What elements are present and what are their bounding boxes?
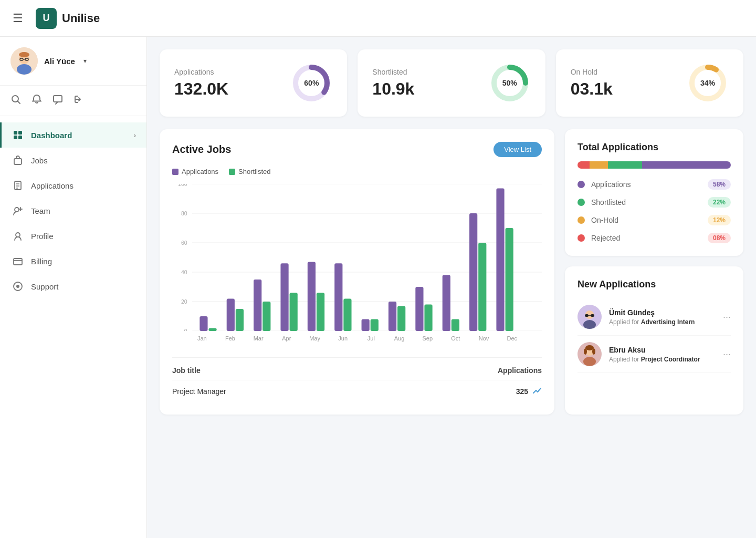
bell-icon[interactable]: [32, 94, 42, 107]
svg-rect-59: [388, 302, 396, 331]
team-icon: [12, 205, 24, 216]
breakdown-row-shortlisted: Shortlisted 22%: [578, 197, 731, 208]
sidebar-item-dashboard[interactable]: Dashboard ›: [0, 122, 146, 148]
donut-label: 50%: [502, 79, 517, 87]
month-may: May: [301, 335, 329, 342]
svg-rect-73: [591, 314, 594, 317]
content-area: Applications 132.0K 60% Shortlisted 10.9…: [147, 37, 756, 538]
sidebar-item-label: Jobs: [31, 156, 48, 165]
stat-info-shortlisted: Shortlisted 10.9k: [372, 68, 414, 99]
month-feb: Feb: [216, 335, 245, 342]
job-table-col-title: Job title: [172, 366, 201, 375]
svg-rect-49: [254, 280, 261, 331]
chevron-right-icon: ›: [134, 131, 136, 139]
main-layout: Ali Yüce ▾ Dashboard: [0, 37, 756, 538]
user-name: Ali Yüce: [44, 57, 75, 66]
legend-shortlisted: Shortlisted: [229, 168, 270, 175]
total-apps-title: Total Applications: [578, 142, 731, 153]
active-jobs-title: Active Jobs: [172, 143, 231, 156]
svg-rect-14: [14, 159, 22, 164]
stats-row: Applications 132.0K 60% Shortlisted 10.9…: [160, 49, 743, 117]
bar-chart-svg: 100 80 60 40 20 0: [172, 184, 542, 331]
sidebar-item-profile[interactable]: Profile: [0, 223, 146, 249]
applicant-name-1: Ümit Gündeş: [609, 308, 716, 317]
svg-rect-52: [290, 293, 298, 331]
svg-rect-57: [362, 319, 370, 331]
month-mar: Mar: [244, 335, 272, 342]
user-section: Ali Yüce ▾: [0, 47, 146, 86]
donut-label: 34%: [700, 79, 715, 87]
sidebar-item-billing[interactable]: Billing: [0, 249, 146, 274]
sidebar-item-team[interactable]: Team: [0, 198, 146, 223]
applicant-role-2: Applied for Project Coordinator: [609, 356, 716, 363]
logout-icon[interactable]: [74, 94, 84, 107]
svg-rect-61: [415, 287, 423, 331]
sidebar: Ali Yüce ▾ Dashboard: [0, 37, 147, 538]
month-nov: Nov: [470, 335, 498, 342]
svg-rect-64: [452, 319, 459, 331]
svg-point-3: [19, 52, 29, 57]
applicant-more-menu-2[interactable]: ···: [723, 349, 731, 360]
svg-rect-58: [371, 319, 379, 331]
breakdown-left: Rejected: [578, 234, 620, 242]
logo: U Unilise: [36, 8, 100, 29]
stacked-shortlisted: [608, 161, 642, 169]
svg-rect-66: [478, 243, 486, 331]
svg-text:100: 100: [178, 184, 187, 187]
right-panel: Total Applications Application: [565, 129, 743, 415]
month-sep: Sep: [413, 335, 442, 342]
donut-label: 60%: [304, 79, 319, 87]
svg-rect-60: [397, 306, 405, 331]
search-icon[interactable]: [10, 94, 21, 107]
view-list-button[interactable]: View List: [494, 142, 542, 157]
sidebar-item-jobs[interactable]: Jobs: [0, 148, 146, 173]
svg-text:20: 20: [181, 298, 187, 305]
legend-label-shortlisted: Shortlisted: [238, 168, 270, 175]
new-applications-card: New Applications: [565, 266, 743, 415]
sidebar-item-label: Team: [31, 206, 50, 215]
legend-applications: Applications: [172, 168, 218, 175]
breakdown-label: Shortlisted: [591, 198, 626, 206]
month-apr: Apr: [272, 335, 301, 342]
chat-icon[interactable]: [52, 94, 63, 107]
breakdown-row-onhold: On-Hold 12%: [578, 215, 731, 225]
svg-point-19: [15, 208, 19, 212]
table-row: Project Manager 325: [172, 380, 542, 402]
svg-point-80: [592, 348, 595, 355]
svg-point-1: [17, 64, 32, 75]
stat-card-shortlisted: Shortlisted 10.9k 50%: [358, 49, 545, 117]
svg-rect-50: [262, 302, 270, 331]
month-jan: Jan: [188, 335, 216, 342]
job-table-col-apps: Applications: [498, 366, 542, 375]
svg-text:80: 80: [181, 210, 187, 216]
applications-icon: [12, 180, 24, 191]
sidebar-item-support[interactable]: Support: [0, 274, 146, 299]
month-aug: Aug: [385, 335, 414, 342]
svg-rect-23: [14, 258, 22, 265]
user-dropdown-arrow[interactable]: ▾: [83, 57, 87, 65]
stat-info-onhold: On Hold 03.1k: [571, 68, 613, 99]
bar-chart: 100 80 60 40 20 0: [172, 184, 542, 352]
trend-icon: [532, 386, 542, 397]
svg-rect-11: [18, 131, 22, 134]
breakdown-dot-onhold: [578, 216, 585, 224]
month-dec: Dec: [498, 335, 526, 342]
svg-point-26: [16, 285, 19, 288]
applicant-more-menu-1[interactable]: ···: [723, 312, 731, 323]
stat-value: 03.1k: [571, 79, 613, 99]
stacked-onhold: [590, 161, 608, 169]
nav-menu: Dashboard › Jobs Applications: [0, 116, 146, 527]
sidebar-item-applications[interactable]: Applications: [0, 173, 146, 198]
logo-icon: U: [36, 8, 57, 29]
breakdown-label: On-Hold: [591, 216, 618, 224]
donut-shortlisted: 50%: [489, 62, 531, 104]
svg-rect-62: [424, 305, 432, 331]
svg-rect-54: [317, 293, 324, 331]
sidebar-item-label: Billing: [31, 257, 52, 266]
svg-point-79: [584, 348, 587, 355]
breakdown-dot-shortlisted: [578, 199, 585, 206]
profile-icon: [12, 230, 24, 242]
hamburger-icon[interactable]: ☰: [13, 12, 23, 25]
svg-rect-56: [343, 298, 351, 331]
breakdown-badge-onhold: 12%: [708, 215, 731, 225]
